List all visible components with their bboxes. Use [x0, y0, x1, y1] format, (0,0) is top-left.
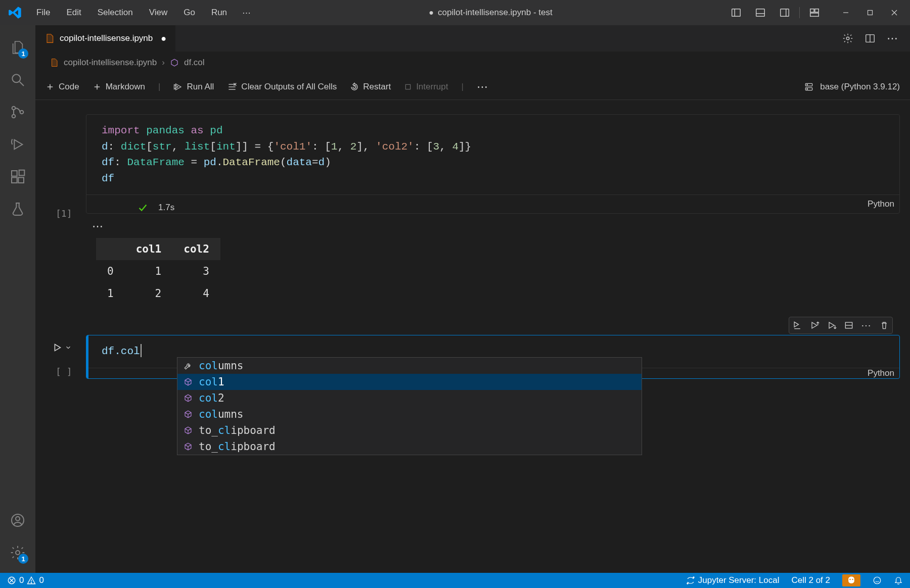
svg-point-15	[12, 107, 16, 110]
code-cell-2[interactable]: ⋯ df.col Python [ ] columnscol1col2colum…	[46, 335, 900, 379]
tab-strip: copilot-intellisense.ipynb ● ⋯	[35, 25, 910, 52]
menu-edit[interactable]: Edit	[59, 5, 88, 21]
execute-below-icon[interactable]	[827, 320, 837, 330]
intellisense-item[interactable]: to_clipboard	[177, 438, 642, 455]
code-editor[interactable]: import pandas as pd d: dict[str, list[in…	[86, 115, 899, 194]
intellisense-popup[interactable]: columnscol1col2columnsto_clipboardto_cli…	[177, 357, 642, 455]
tab-more-icon[interactable]: ⋯	[887, 32, 899, 45]
notebook-body: import pandas as pd d: dict[str, list[in…	[35, 100, 910, 573]
activity-settings-icon[interactable]: 1	[0, 536, 35, 569]
svg-point-17	[20, 111, 24, 114]
restart-button[interactable]: Restart	[350, 82, 391, 92]
svg-point-26	[846, 37, 849, 40]
dataframe-output: col1 col2 013 124	[96, 238, 220, 305]
copilot-status-button[interactable]	[842, 574, 860, 586]
notebook-file-icon	[50, 58, 59, 67]
chevron-right-icon: ›	[162, 58, 165, 68]
layout-sidebar-left-icon[interactable]	[724, 3, 748, 23]
menu-go[interactable]: Go	[176, 5, 202, 21]
activity-accounts-icon[interactable]	[0, 504, 35, 536]
activity-search-icon[interactable]	[0, 64, 35, 96]
activity-debug-icon[interactable]	[0, 128, 35, 161]
wrench-icon	[183, 361, 194, 370]
svg-rect-22	[19, 170, 25, 176]
svg-marker-18	[14, 140, 22, 150]
intellisense-item[interactable]: columns	[177, 406, 642, 422]
svg-marker-45	[794, 322, 798, 327]
svg-rect-0	[732, 9, 741, 17]
menu-more-icon[interactable]: ⋯	[236, 5, 257, 21]
svg-rect-20	[12, 177, 17, 183]
run-cell-button[interactable]	[52, 342, 72, 353]
svg-rect-2	[756, 9, 765, 17]
table-row: 013	[96, 260, 220, 282]
notifications-icon[interactable]	[894, 576, 903, 585]
close-icon[interactable]	[883, 3, 906, 23]
cell-toolbar: ⋯	[789, 317, 893, 334]
cell-exec-count: [1]	[56, 208, 72, 219]
add-code-cell-button[interactable]: Code	[46, 82, 79, 92]
svg-rect-40	[405, 84, 410, 89]
delete-cell-icon[interactable]	[879, 320, 889, 330]
menu-bar: File Edit Selection View Go Run ⋯	[29, 5, 257, 21]
activity-extensions-icon[interactable]	[0, 161, 35, 193]
svg-line-14	[20, 82, 24, 86]
jupyter-server-button[interactable]: Jupyter Server: Local	[686, 575, 780, 585]
svg-rect-7	[815, 9, 818, 12]
menu-file[interactable]: File	[29, 5, 57, 21]
menu-selection[interactable]: Selection	[90, 5, 140, 21]
interrupt-button[interactable]: Interrupt	[404, 82, 448, 92]
statusbar: 0 0 Jupyter Server: Local Cell 2 of 2	[0, 573, 910, 588]
activity-scm-icon[interactable]	[0, 96, 35, 128]
toolbar-more-icon[interactable]: ⋯	[477, 80, 489, 93]
intellisense-item[interactable]: columns	[177, 358, 642, 374]
dirty-indicator-icon: ●	[429, 8, 434, 17]
svg-point-61	[874, 577, 881, 584]
cell-language[interactable]: Python	[868, 199, 894, 209]
feedback-icon[interactable]	[873, 576, 882, 585]
tab-dirty-icon: ●	[161, 33, 166, 44]
activity-testing-icon[interactable]	[0, 193, 35, 225]
tab-copilot-intellisense[interactable]: copilot-intellisense.ipynb ●	[35, 25, 176, 52]
output-more-icon[interactable]: ⋯	[92, 220, 900, 233]
activity-explorer-icon[interactable]: 1	[0, 31, 35, 64]
intellisense-item[interactable]: col1	[177, 374, 642, 390]
server-icon	[804, 82, 814, 92]
menu-run[interactable]: Run	[204, 5, 234, 21]
add-markdown-cell-button[interactable]: Markdown	[93, 82, 145, 92]
run-by-line-icon[interactable]	[792, 320, 802, 330]
svg-rect-10	[868, 11, 873, 15]
split-editor-icon[interactable]	[864, 33, 876, 44]
cell-language[interactable]: Python	[868, 368, 894, 378]
kernel-picker[interactable]: base (Python 3.9.12)	[820, 82, 900, 92]
menu-view[interactable]: View	[142, 5, 175, 21]
breadcrumb[interactable]: copilot-intellisense.ipynb › df.col	[35, 52, 910, 74]
tab-actions-settings-icon[interactable]	[842, 33, 853, 44]
customize-layout-icon[interactable]	[803, 3, 826, 23]
svg-rect-19	[12, 171, 17, 176]
activitybar: 1 1	[0, 25, 35, 573]
svg-marker-53	[55, 345, 60, 351]
intellisense-item[interactable]: col2	[177, 390, 642, 406]
breadcrumb-symbol[interactable]: df.col	[184, 58, 205, 68]
code-cell-1[interactable]: import pandas as pd d: dict[str, list[in…	[46, 114, 900, 305]
explorer-badge: 1	[18, 48, 28, 59]
maximize-icon[interactable]	[858, 3, 882, 23]
svg-marker-47	[812, 322, 817, 328]
cell-output: ⋯ col1 col2 013 124	[96, 220, 900, 305]
svg-rect-8	[810, 13, 819, 16]
intellisense-item[interactable]: to_clipboard	[177, 422, 642, 438]
minimize-icon[interactable]	[834, 3, 857, 23]
execute-above-icon[interactable]	[809, 320, 820, 330]
breadcrumb-file[interactable]: copilot-intellisense.ipynb	[64, 58, 157, 68]
cell-position-button[interactable]: Cell 2 of 2	[791, 575, 830, 585]
layout-sidebar-right-icon[interactable]	[773, 3, 796, 23]
editor-area: copilot-intellisense.ipynb ● ⋯ copilot-i…	[35, 25, 910, 573]
notebook-toolbar: Code Markdown | Run All Clear Outputs of…	[35, 74, 910, 100]
layout-panel-icon[interactable]	[749, 3, 772, 23]
run-all-button[interactable]: Run All	[173, 82, 214, 92]
clear-outputs-button[interactable]: Clear Outputs of All Cells	[227, 82, 337, 92]
split-cell-icon[interactable]	[844, 320, 854, 330]
problems-button[interactable]: 0 0	[7, 575, 44, 585]
cell-more-icon[interactable]: ⋯	[861, 319, 872, 331]
